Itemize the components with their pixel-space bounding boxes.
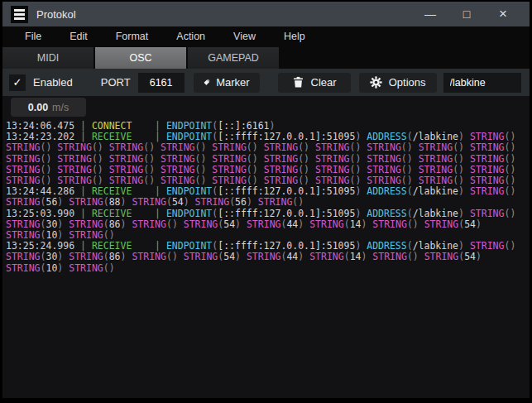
log-view[interactable]: 13:24:06.475 | CONNECT | ENDPOINT([::]:6…: [2, 121, 530, 274]
port-input[interactable]: [138, 73, 185, 93]
options-label: Options: [389, 76, 426, 89]
marker-button[interactable]: Marker: [194, 73, 260, 93]
tab-bar: MIDI OSC GAMEPAD: [2, 46, 530, 69]
log-panel: 0.00 m/s 13:24:06.475 | CONNECT | ENDPOI…: [2, 96, 530, 398]
menu-item-format[interactable]: Format: [108, 29, 156, 44]
maximize-button[interactable]: □: [448, 7, 485, 21]
menu-item-action[interactable]: Action: [169, 29, 213, 44]
gear-icon: [370, 76, 382, 89]
menu-item-help[interactable]: Help: [276, 29, 313, 44]
app-window: Protokol — □ × File Edit Format Action V…: [0, 0, 532, 403]
menu-item-edit[interactable]: Edit: [62, 29, 95, 44]
tab-osc[interactable]: OSC: [95, 47, 186, 69]
tag-icon: [204, 76, 210, 89]
clear-button[interactable]: Clear: [278, 73, 351, 93]
speed-display: 0.00 m/s: [11, 98, 86, 117]
enabled-checkbox[interactable]: ✓: [9, 74, 26, 91]
menu-item-file[interactable]: File: [17, 29, 49, 44]
trash-icon: [292, 76, 304, 89]
tab-midi[interactable]: MIDI: [2, 47, 93, 69]
osc-address-input[interactable]: [443, 73, 521, 93]
log-line: STRING(10) STRING(): [6, 263, 530, 274]
menu-item-view[interactable]: View: [226, 29, 263, 44]
minimize-button[interactable]: —: [412, 7, 448, 21]
menu-bar: File Edit Format Action View Help: [2, 26, 530, 46]
options-button[interactable]: Options: [359, 73, 437, 93]
clear-label: Clear: [311, 76, 337, 89]
enabled-label: Enabled: [33, 76, 73, 89]
hamburger-icon: [11, 6, 28, 23]
title-bar: Protokol — □ ×: [2, 2, 530, 26]
port-label: PORT: [101, 76, 131, 89]
speed-value: 0.00: [28, 102, 48, 113]
speed-unit: m/s: [52, 102, 69, 113]
tab-gamepad[interactable]: GAMEPAD: [188, 47, 279, 69]
marker-label: Marker: [216, 76, 249, 89]
close-button[interactable]: ×: [485, 6, 521, 22]
checkmark-icon: ✓: [13, 76, 22, 89]
window-title: Protokol: [36, 8, 76, 21]
toolbar: ✓ Enabled PORT Marker Clear Options: [2, 69, 530, 96]
